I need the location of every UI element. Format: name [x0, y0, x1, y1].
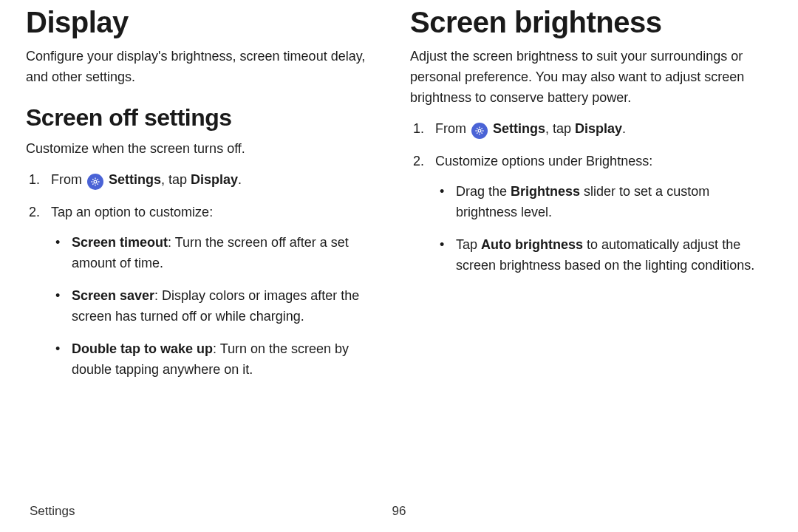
heading-screen-off-settings: Screen off settings	[26, 104, 388, 132]
text: From	[51, 172, 86, 187]
footer-page-number: 96	[392, 504, 406, 519]
option-brightness-slider: Drag the Brightness slider to set a cust…	[435, 182, 772, 223]
display-label: Display	[191, 172, 238, 187]
screen-off-options: Screen timeout: Turn the screen off afte…	[51, 233, 388, 380]
display-label: Display	[575, 121, 622, 136]
step-from-settings: From Settings, tap Display.	[26, 170, 388, 191]
svg-point-0	[94, 180, 97, 183]
brightness-options: Drag the Brightness slider to set a cust…	[435, 182, 772, 276]
screen-off-sub: Customize when the screen turns off.	[26, 139, 388, 160]
footer-section: Settings	[30, 504, 75, 518]
text: Tap an option to customize:	[51, 205, 213, 219]
text: .	[622, 121, 626, 136]
brightness-steps: From Settings, tap Display. Customize op…	[410, 119, 772, 276]
label: Double tap to wake up	[72, 341, 213, 356]
step-customize-brightness: Customize options under Brightness: Drag…	[410, 151, 772, 276]
label: Screen saver	[72, 288, 154, 303]
option-auto-brightness: Tap Auto brightness to automatically adj…	[435, 235, 772, 276]
text: , tap	[161, 172, 191, 187]
pre: Tap	[456, 237, 481, 252]
settings-label: Settings	[109, 172, 161, 187]
display-intro: Configure your display's brightness, scr…	[26, 47, 388, 88]
svg-point-1	[478, 129, 481, 132]
heading-screen-brightness: Screen brightness	[410, 6, 772, 39]
option-screen-saver: Screen saver: Display colors or images a…	[51, 286, 388, 327]
settings-icon	[471, 123, 488, 139]
option-double-tap-wake: Double tap to wake up: Turn on the scree…	[51, 339, 388, 381]
right-column: Screen brightness Adjust the screen brig…	[410, 0, 772, 392]
page-footer: Settings 96	[30, 504, 768, 519]
label: Screen timeout	[72, 235, 168, 250]
option-screen-timeout: Screen timeout: Turn the screen off afte…	[51, 233, 388, 274]
heading-display: Display	[26, 6, 388, 39]
settings-icon	[87, 174, 103, 190]
text: Customize options under Brightness:	[435, 154, 652, 168]
label: Auto brightness	[481, 237, 583, 252]
text: .	[238, 172, 242, 187]
label: Brightness	[511, 184, 580, 199]
left-column: Display Configure your display's brightn…	[26, 0, 388, 392]
text: From	[435, 121, 470, 136]
step-from-settings: From Settings, tap Display.	[410, 119, 772, 140]
text: , tap	[545, 121, 575, 136]
step-tap-option: Tap an option to customize: Screen timeo…	[26, 202, 388, 381]
screen-off-steps: From Settings, tap Display. Tap an optio…	[26, 170, 388, 381]
brightness-intro: Adjust the screen brightness to suit you…	[410, 47, 772, 109]
pre: Drag the	[456, 184, 511, 199]
settings-label: Settings	[493, 121, 545, 136]
